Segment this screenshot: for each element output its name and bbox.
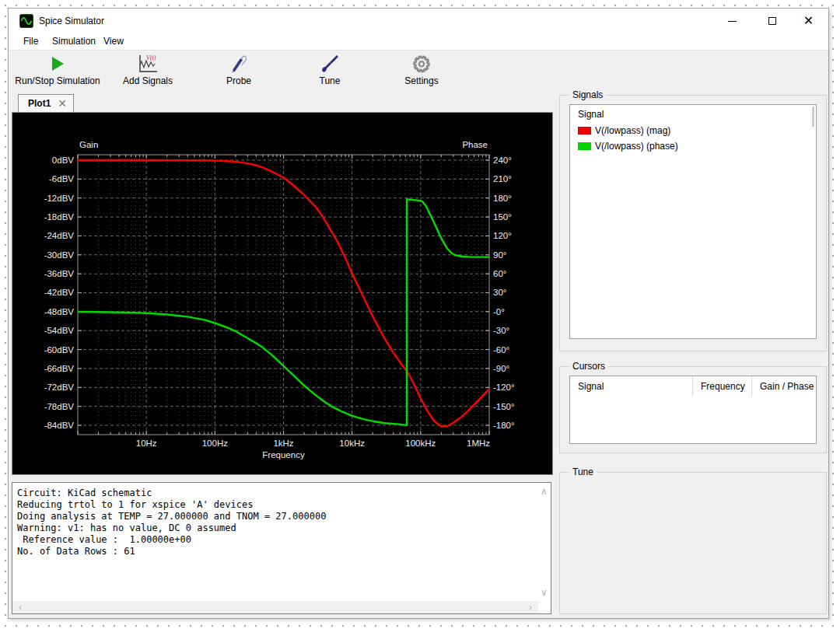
svg-text:100kHz: 100kHz [405, 439, 436, 448]
svg-text:60°: 60° [493, 269, 506, 278]
tab-close-icon[interactable]: ✕ [58, 99, 67, 108]
svg-text:-30°: -30° [493, 326, 509, 335]
svg-text:240°: 240° [493, 156, 512, 165]
add-signals-button[interactable]: V(t) Add Signals [112, 53, 184, 89]
svg-text:-72dBV: -72dBV [44, 383, 75, 392]
signals-group: Signals Signal V(/lowpass) (mag) V(/lowp… [559, 95, 827, 351]
console-output: Circuit: KiCad schematic Reducing trtol … [12, 483, 538, 601]
svg-text:-90°: -90° [493, 364, 509, 373]
maximize-button[interactable] [754, 9, 789, 33]
scroll-up-icon[interactable]: ∧ [541, 486, 548, 497]
svg-text:-24dBV: -24dBV [44, 231, 75, 240]
probe-button[interactable]: Probe [203, 53, 275, 89]
phase-color-swatch [578, 142, 591, 150]
svg-text:-54dBV: -54dBV [44, 326, 75, 335]
svg-text:-180°: -180° [493, 421, 515, 430]
svg-text:90°: 90° [493, 250, 506, 260]
menu-view[interactable]: View [103, 36, 124, 47]
probe-icon [229, 54, 249, 74]
app-window: Spice Simulator ✕ File Simulation View R… [8, 8, 829, 619]
menu-simulation[interactable]: Simulation [52, 36, 96, 47]
svg-text:30°: 30° [493, 288, 506, 297]
play-icon [49, 55, 66, 72]
svg-text:10Hz: 10Hz [136, 439, 157, 448]
cursors-group: Cursors Signal Frequency Gain / Phase [559, 366, 827, 453]
svg-text:210°: 210° [493, 174, 512, 183]
column-frequency: Frequency [692, 376, 751, 397]
scroll-right-icon[interactable]: › [529, 602, 532, 613]
svg-text:-18dBV: -18dBV [44, 212, 75, 222]
close-icon: ✕ [803, 15, 814, 27]
svg-text:-12dBV: -12dBV [44, 194, 75, 203]
console-vertical-scrollbar[interactable]: ∧ ∨ [538, 483, 551, 601]
app-icon [19, 14, 33, 28]
window-title: Spice Simulator [39, 16, 104, 26]
signals-list[interactable]: Signal V(/lowpass) (mag) V(/lowpass) (ph… [569, 104, 817, 339]
plot-canvas[interactable]: 0dBV-6dBV-12dBV-18dBV-24dBV-30dBV-36dBV-… [12, 112, 553, 475]
cursors-table[interactable]: Signal Frequency Gain / Phase [569, 376, 817, 444]
svg-text:-36dBV: -36dBV [44, 269, 75, 278]
run-stop-simulation-button[interactable]: Run/Stop Simulation [10, 53, 105, 89]
toolbar-label: Probe [226, 75, 251, 86]
svg-text:V(t): V(t) [146, 54, 156, 61]
signals-scroll-thumb[interactable] [812, 107, 814, 127]
scroll-down-icon[interactable]: ∨ [541, 587, 548, 598]
scroll-left-icon[interactable]: ‹ [19, 602, 22, 613]
svg-text:-60°: -60° [493, 345, 509, 355]
cursors-table-header: Signal Frequency Gain / Phase [570, 376, 816, 397]
svg-text:120°: 120° [493, 231, 512, 240]
signal-label: V(/lowpass) (phase) [595, 141, 678, 152]
signal-label: V(/lowpass) (mag) [595, 125, 670, 136]
cursors-group-title: Cursors [569, 361, 608, 372]
svg-text:-0°: -0° [493, 307, 505, 316]
add-signals-icon: V(t) [137, 54, 159, 75]
signals-group-title: Signals [569, 89, 606, 100]
tab-plot1[interactable]: Plot1 ✕ [18, 94, 74, 112]
tune-icon [320, 54, 340, 74]
svg-text:Gain: Gain [79, 140, 98, 149]
toolbar-label: Settings [404, 75, 438, 86]
signal-row-mag[interactable]: V(/lowpass) (mag) [570, 123, 816, 138]
svg-text:-120°: -120° [493, 383, 515, 392]
toolbar-label: Tune [320, 75, 341, 86]
svg-text:0dBV: 0dBV [52, 156, 74, 165]
toolbar-label: Run/Stop Simulation [15, 75, 100, 86]
tune-button[interactable]: Tune [294, 53, 366, 89]
menu-bar: File Simulation View [9, 33, 828, 51]
tune-group-title: Tune [569, 467, 597, 477]
bode-plot-svg: 0dBV-6dBV-12dBV-18dBV-24dBV-30dBV-36dBV-… [12, 113, 552, 474]
tab-strip: Plot1 ✕ [12, 94, 553, 112]
svg-text:Phase: Phase [462, 140, 488, 149]
svg-text:10kHz: 10kHz [339, 439, 365, 448]
minimize-button[interactable] [715, 9, 750, 33]
svg-text:Frequency: Frequency [262, 450, 305, 460]
close-button[interactable]: ✕ [791, 9, 826, 33]
console-horizontal-scrollbar[interactable]: ‹ › [12, 601, 538, 613]
tab-label: Plot1 [28, 98, 51, 109]
column-gain-phase: Gain / Phase [751, 376, 816, 397]
simulation-console[interactable]: Circuit: KiCad schematic Reducing trtol … [12, 482, 551, 614]
svg-text:1kHz: 1kHz [273, 439, 293, 448]
menu-file[interactable]: File [23, 36, 38, 47]
svg-text:-66dBV: -66dBV [44, 364, 75, 373]
svg-text:1MHz: 1MHz [467, 439, 490, 448]
svg-text:100Hz: 100Hz [202, 439, 228, 448]
maximize-icon [768, 17, 776, 25]
settings-button[interactable]: Settings [386, 53, 457, 89]
svg-text:-30dBV: -30dBV [44, 250, 75, 260]
gear-icon [412, 54, 431, 73]
svg-text:-48dBV: -48dBV [44, 307, 75, 316]
column-signal: Signal [570, 376, 692, 397]
title-bar: Spice Simulator ✕ [9, 9, 828, 33]
mag-color-swatch [578, 127, 591, 135]
svg-text:-78dBV: -78dBV [44, 402, 75, 411]
signal-row-phase[interactable]: V(/lowpass) (phase) [570, 138, 816, 154]
svg-text:-150°: -150° [493, 402, 515, 411]
svg-text:-6dBV: -6dBV [49, 174, 74, 183]
svg-text:180°: 180° [493, 194, 512, 203]
minimize-icon [728, 21, 737, 22]
signals-list-header: Signal [570, 105, 816, 123]
toolbar-label: Add Signals [123, 75, 173, 86]
toolbar: Run/Stop Simulation V(t) Add Signals Pro… [9, 51, 828, 90]
svg-text:150°: 150° [493, 212, 512, 222]
